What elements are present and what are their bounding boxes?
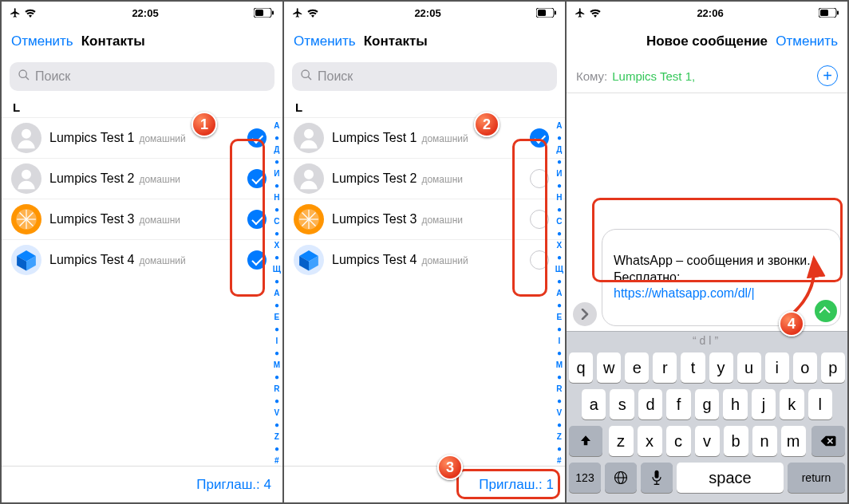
index-letter[interactable]: Z <box>274 431 279 442</box>
index-letter[interactable]: ● <box>557 156 562 167</box>
index-letter[interactable]: I <box>276 336 278 346</box>
key-h[interactable]: h <box>723 389 747 419</box>
index-letter[interactable]: ● <box>274 132 279 143</box>
key-b[interactable]: b <box>724 426 748 456</box>
send-button[interactable] <box>815 300 837 322</box>
key-z[interactable]: z <box>609 426 634 456</box>
key-d[interactable]: d <box>638 389 662 419</box>
index-letter[interactable]: Е <box>274 312 280 322</box>
checkbox-checked[interactable] <box>247 210 267 229</box>
key-x[interactable]: x <box>638 426 662 456</box>
keyboard-suggestion[interactable]: “dl” <box>567 331 847 349</box>
index-letter[interactable]: ● <box>557 300 562 310</box>
recipient-row[interactable]: Кому: Lumpics Test 1, + <box>567 59 847 93</box>
index-letter[interactable]: ● <box>274 348 279 358</box>
key-s[interactable]: s <box>610 389 634 419</box>
index-letter[interactable]: ● <box>557 419 562 430</box>
key-r[interactable]: r <box>653 352 677 383</box>
index-letter[interactable]: ● <box>274 419 279 430</box>
index-letter[interactable]: И <box>556 168 562 179</box>
index-letter[interactable]: ● <box>557 348 562 358</box>
search-input[interactable]: Поиск <box>292 62 557 91</box>
index-letter[interactable]: ● <box>557 372 562 382</box>
index-letter[interactable]: ● <box>274 228 279 238</box>
key-k[interactable]: k <box>780 389 804 419</box>
checkbox-unchecked[interactable] <box>530 210 549 229</box>
contact-row[interactable]: Lumpics Test 4домашний <box>2 239 282 280</box>
index-letter[interactable]: Д <box>556 144 562 155</box>
expand-apps-button[interactable] <box>573 302 597 326</box>
index-letter[interactable]: ● <box>274 180 279 191</box>
message-input[interactable]: WhatsApp – сообщения и звонки. Бесплатно… <box>602 229 841 326</box>
index-bar[interactable]: А●Д●И●Н●С●Х●Щ●А●Е●I●М●R●V●Z●# <box>555 117 563 466</box>
checkbox-checked[interactable] <box>530 128 549 148</box>
index-letter[interactable]: ● <box>557 180 562 191</box>
invite-button[interactable]: Приглаш.: 4 <box>2 466 282 502</box>
contact-row[interactable]: Lumpics Test 2домашни <box>2 158 282 199</box>
index-letter[interactable]: А <box>556 288 562 298</box>
dictate-key[interactable] <box>641 463 673 493</box>
return-key[interactable]: return <box>788 463 845 493</box>
index-letter[interactable]: М <box>274 360 280 370</box>
key-q[interactable]: q <box>569 352 593 383</box>
globe-key[interactable] <box>605 463 637 493</box>
contact-row[interactable]: Lumpics Test 1домашний <box>2 117 282 158</box>
key-l[interactable]: l <box>808 389 832 419</box>
key-t[interactable]: t <box>681 352 705 383</box>
index-letter[interactable]: ● <box>274 300 279 310</box>
key-u[interactable]: u <box>737 352 761 383</box>
index-letter[interactable]: # <box>557 455 562 466</box>
key-y[interactable]: y <box>709 352 733 383</box>
checkbox-unchecked[interactable] <box>530 169 549 188</box>
shift-key[interactable] <box>569 426 602 456</box>
index-letter[interactable]: ● <box>557 204 562 215</box>
invite-button[interactable]: Приглаш.: 1 <box>284 466 565 502</box>
index-letter[interactable]: Х <box>274 240 280 250</box>
checkbox-checked[interactable] <box>247 128 267 148</box>
backspace-key[interactable] <box>811 426 845 456</box>
index-letter[interactable]: ● <box>274 156 279 167</box>
index-letter[interactable]: R <box>556 384 562 394</box>
index-letter[interactable]: С <box>556 216 562 226</box>
index-letter[interactable]: Х <box>557 240 563 250</box>
key-o[interactable]: o <box>793 352 817 383</box>
index-letter[interactable]: # <box>274 455 279 466</box>
index-letter[interactable]: ● <box>274 396 279 406</box>
index-letter[interactable]: А <box>556 120 562 131</box>
key-f[interactable]: f <box>666 389 690 419</box>
contact-row[interactable]: Lumpics Test 3домашни <box>2 199 282 239</box>
add-recipient-button[interactable]: + <box>817 65 838 86</box>
index-letter[interactable]: А <box>274 120 279 131</box>
cancel-button[interactable]: Отменить <box>294 33 356 49</box>
index-letter[interactable]: ● <box>557 443 562 454</box>
key-e[interactable]: e <box>625 352 649 383</box>
index-letter[interactable]: Щ <box>273 264 281 274</box>
index-letter[interactable]: ● <box>274 324 279 334</box>
key-w[interactable]: w <box>597 352 621 383</box>
checkbox-checked[interactable] <box>247 169 267 188</box>
index-letter[interactable]: А <box>274 288 279 298</box>
contact-row[interactable]: Lumpics Test 3домашни <box>284 199 565 239</box>
key-v[interactable]: v <box>695 426 720 456</box>
index-letter[interactable]: Z <box>557 431 562 442</box>
index-bar[interactable]: А●Д●И●Н●С●Х●Щ●А●Е●I●М●R●V●Z●# <box>273 117 281 466</box>
contact-row[interactable]: Lumpics Test 1домашний <box>284 117 565 158</box>
index-letter[interactable]: ● <box>557 252 562 262</box>
index-letter[interactable]: Н <box>274 192 279 203</box>
index-letter[interactable]: Н <box>556 192 562 203</box>
index-letter[interactable]: V <box>557 408 563 418</box>
index-letter[interactable]: I <box>559 336 561 346</box>
contact-row[interactable]: Lumpics Test 2домашни <box>284 158 565 199</box>
key-g[interactable]: g <box>695 389 719 419</box>
key-i[interactable]: i <box>765 352 789 383</box>
index-letter[interactable]: ● <box>274 204 279 215</box>
contact-row[interactable]: Lumpics Test 4домашний <box>284 239 565 280</box>
index-letter[interactable]: ● <box>557 324 562 334</box>
key-c[interactable]: c <box>666 426 691 456</box>
checkbox-unchecked[interactable] <box>530 250 549 270</box>
index-letter[interactable]: ● <box>557 228 562 238</box>
index-letter[interactable]: ● <box>274 443 279 454</box>
search-input[interactable]: Поиск <box>10 62 274 91</box>
index-letter[interactable]: R <box>274 384 279 394</box>
index-letter[interactable]: ● <box>557 276 562 286</box>
